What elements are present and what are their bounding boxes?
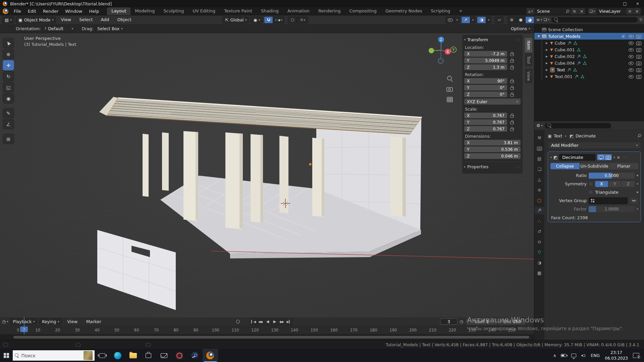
pin-icon[interactable] bbox=[565, 8, 570, 14]
gizmo-caret[interactable]: ▾ bbox=[470, 16, 476, 23]
sidebar-tab-tool[interactable]: Tool bbox=[525, 53, 532, 66]
tab-constraints[interactable]: ⊖ bbox=[535, 238, 544, 245]
proportional-falloff-dropdown[interactable]: ∩▾ bbox=[297, 16, 308, 23]
eye-icon[interactable] bbox=[629, 54, 633, 58]
menu-object[interactable]: Object bbox=[114, 16, 135, 24]
dimensions-z-field[interactable]: Z0.046 m bbox=[464, 153, 521, 159]
triangulate-checkbox[interactable] bbox=[589, 190, 593, 194]
expand-arrow-icon[interactable]: ▶ bbox=[545, 68, 548, 71]
tab-tool[interactable]: ⚒ bbox=[535, 134, 544, 141]
modifier-extras-dropdown[interactable]: ▾ bbox=[613, 156, 615, 159]
eye-icon[interactable] bbox=[629, 74, 633, 78]
options-dropdown[interactable]: Options▾ bbox=[508, 25, 532, 32]
tab-uv-editing[interactable]: UV Editing bbox=[188, 7, 220, 15]
sidebar-tab-view[interactable]: View bbox=[525, 69, 532, 83]
frame-end-field[interactable]: End250 bbox=[499, 318, 526, 325]
task-view-button[interactable] bbox=[95, 349, 110, 362]
mode-dropdown[interactable]: ▣Object Mode▾ bbox=[16, 16, 56, 23]
animate-dot-icon[interactable] bbox=[637, 183, 638, 185]
mode-unsubdivide[interactable]: Un-Subdivide bbox=[580, 163, 609, 169]
tool-cursor[interactable]: ⊕ bbox=[3, 49, 14, 59]
eye-icon[interactable] bbox=[629, 34, 633, 38]
tab-particles[interactable]: ∴ bbox=[535, 217, 544, 225]
close-button[interactable]: × bbox=[631, 0, 644, 7]
viewlayer-browse-button[interactable]: ❏▾ bbox=[588, 8, 596, 14]
camera-render-icon[interactable] bbox=[636, 61, 641, 65]
3d-viewport[interactable]: Z X Y User Perspective bbox=[0, 33, 534, 317]
taskbar-explorer[interactable] bbox=[125, 349, 141, 362]
scale-x-field[interactable]: X0.767 bbox=[464, 113, 507, 118]
tab-shading[interactable]: Shading bbox=[257, 7, 283, 15]
dimensions-x-field[interactable]: X3.81 m bbox=[464, 140, 521, 145]
camera-render-icon[interactable] bbox=[636, 48, 641, 52]
timeline-ruler[interactable]: 3 01020304050607080901001101201301401501… bbox=[0, 326, 534, 335]
display-mode-dropdown[interactable]: ❏▾ bbox=[544, 17, 549, 22]
modifier-name-field[interactable]: Decimate bbox=[559, 154, 595, 161]
tab-rendering[interactable]: Rendering bbox=[314, 7, 345, 15]
timeline-marker-menu[interactable]: Marker bbox=[83, 318, 105, 325]
delete-scene-button[interactable]: × bbox=[578, 8, 585, 14]
dimensions-y-field[interactable]: Y0.536 m bbox=[464, 146, 521, 152]
blender-logo-icon[interactable] bbox=[3, 8, 8, 14]
current-frame-field[interactable]: 3 bbox=[440, 318, 458, 325]
menu-window[interactable]: Window bbox=[62, 7, 86, 15]
mode-collapse[interactable]: Collapse bbox=[550, 163, 580, 169]
overlays-caret[interactable]: ▾ bbox=[486, 16, 491, 23]
outliner-row-cube002[interactable]: ▶▼ Cube.002 bbox=[534, 53, 644, 60]
rotation-mode-dropdown[interactable]: XYZ Euler▾ bbox=[464, 99, 521, 105]
lock-icon[interactable] bbox=[510, 120, 514, 124]
scene-name[interactable]: Scene bbox=[534, 9, 564, 14]
collapse-icon[interactable]: ▾ bbox=[464, 38, 466, 41]
tool-measure[interactable]: ∠ bbox=[3, 119, 14, 129]
snap-toggle[interactable] bbox=[264, 16, 273, 23]
tab-physics[interactable]: ↺ bbox=[535, 228, 544, 235]
tool-add-cube[interactable]: ⊞ bbox=[3, 134, 14, 144]
animate-dot-icon[interactable] bbox=[637, 191, 638, 193]
menu-render[interactable]: Render bbox=[40, 7, 62, 15]
new-viewlayer-button[interactable]: ⧉ bbox=[626, 8, 633, 14]
symmetry-z[interactable]: Z bbox=[622, 181, 635, 187]
lock-icon[interactable] bbox=[510, 65, 514, 69]
breadcrumb-modifier[interactable]: Decimate bbox=[576, 133, 596, 138]
expand-arrow-icon[interactable]: ▶ bbox=[545, 48, 548, 51]
delete-modifier-button[interactable]: × bbox=[616, 155, 620, 160]
drag-action-dropdown[interactable]: Select Box▾ bbox=[95, 25, 125, 32]
properties-editor-dropdown[interactable]: ⚙▾ bbox=[536, 123, 543, 128]
expand-arrow-icon[interactable]: ▶ bbox=[545, 62, 548, 65]
outliner-row-text[interactable]: ▶▼ Text bbox=[534, 66, 644, 73]
drag-orientation-dropdown[interactable]: ⤒Default▾ bbox=[42, 25, 76, 32]
add-modifier-dropdown[interactable]: Add Modifier▾ bbox=[548, 142, 641, 149]
snap-target-dropdown[interactable]: ⊢▪▾ bbox=[273, 16, 284, 23]
play-button[interactable]: ▶ bbox=[271, 318, 278, 325]
jump-to-end-button[interactable]: ▶▎ bbox=[285, 318, 292, 325]
editor-type-dropdown[interactable]: ▤▾ bbox=[2, 16, 14, 23]
proportional-edit-toggle[interactable]: ○ bbox=[288, 16, 297, 23]
tab-texture-paint[interactable]: Texture Paint bbox=[220, 7, 257, 15]
scrollbar-handle[interactable] bbox=[13, 336, 529, 339]
taskbar-blender-active[interactable] bbox=[203, 349, 218, 362]
notification-center-button[interactable]: 2 bbox=[631, 349, 644, 362]
xray-toggle[interactable]: ▱ bbox=[495, 16, 504, 23]
pin-icon[interactable] bbox=[636, 133, 642, 139]
mode-planar[interactable]: Planar bbox=[609, 163, 638, 169]
tab-texture[interactable]: ▦ bbox=[535, 269, 544, 277]
tab-animation[interactable]: Animation bbox=[283, 7, 314, 15]
animate-dot-icon[interactable] bbox=[637, 208, 638, 210]
tool-move[interactable]: ✛ bbox=[3, 60, 14, 70]
new-scene-button[interactable]: ⧉ bbox=[571, 8, 578, 14]
filter-icon[interactable]: ▽ bbox=[640, 17, 642, 22]
expand-arrow-icon[interactable]: ▶ bbox=[545, 75, 548, 78]
tray-chevron[interactable]: ∧ bbox=[551, 349, 558, 362]
outliner-row-collection[interactable]: ▼ Tutorial_Models ✓ bbox=[534, 33, 644, 40]
jump-to-start-button[interactable]: ▎◀ bbox=[250, 318, 257, 325]
vertex-group-field[interactable] bbox=[589, 197, 628, 204]
minimize-button[interactable] bbox=[606, 0, 619, 7]
add-workspace-button[interactable]: + bbox=[454, 7, 467, 15]
outliner-row-cube[interactable]: ▶▼ Cube bbox=[534, 40, 644, 46]
show-render-toggle[interactable] bbox=[604, 154, 612, 160]
rotation-x-field[interactable]: X90° bbox=[464, 78, 507, 84]
shading-material-button[interactable]: ◕ bbox=[525, 16, 534, 23]
tool-transform[interactable]: ◉ bbox=[3, 93, 14, 104]
rotation-y-field[interactable]: Y0° bbox=[464, 85, 507, 90]
tab-world[interactable]: ⊛ bbox=[535, 186, 544, 193]
